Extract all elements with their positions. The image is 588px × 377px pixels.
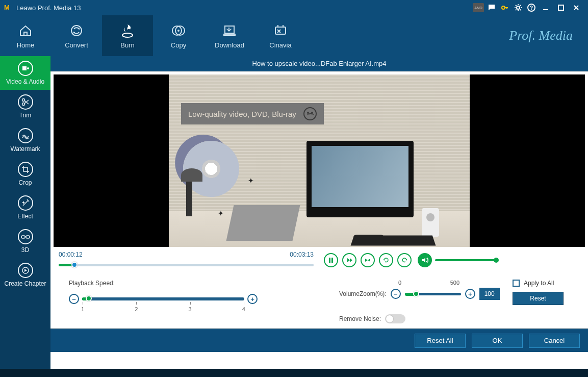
nav-convert[interactable]: Convert (51, 15, 102, 56)
tick-label: 2 (135, 306, 138, 312)
sidebar-item-create-chapter[interactable]: Create Chapter (0, 258, 50, 292)
key-icon[interactable] (498, 1, 512, 14)
nav-convert-label: Convert (65, 41, 88, 49)
player-controls: 00:00:12 00:03:13 (50, 247, 588, 268)
nav-copy-label: Copy (171, 41, 186, 49)
next-frame-button[interactable] (342, 253, 356, 267)
effect-icon (18, 195, 33, 211)
editor-content: How to upscale video...DFab Enlarger AI.… (50, 56, 588, 377)
remove-noise-label: Remove Noise: (339, 315, 381, 322)
sidebar-item-watermark[interactable]: Watermark (0, 123, 50, 157)
brand-text: Prof. Media (509, 28, 573, 43)
close-button[interactable] (569, 0, 584, 15)
maximize-button[interactable] (553, 0, 569, 15)
sidebar-label: Crop (18, 179, 32, 186)
titlebar: M Leawo Prof. Media 13 AMD ? (0, 0, 588, 15)
sidebar-item-crop[interactable]: Crop (0, 157, 50, 191)
sidebar-label: Create Chapter (4, 280, 46, 287)
playback-speed-label: Playback Speed: (69, 280, 258, 287)
screenshot-button[interactable] (361, 253, 375, 267)
svg-point-7 (122, 33, 133, 37)
apply-all-checkbox[interactable] (513, 280, 520, 287)
svg-rect-12 (224, 34, 235, 36)
sidebar-item-effect[interactable]: Effect (0, 191, 50, 224)
svg-point-0 (502, 6, 505, 9)
volumezoom-minus[interactable]: − (391, 289, 401, 299)
chat-icon[interactable] (485, 1, 498, 14)
app-logo-icon: M (4, 4, 12, 12)
cinavia-icon (271, 23, 290, 38)
nav-burn-label: Burn (120, 41, 134, 49)
svg-rect-14 (22, 66, 27, 70)
reset-button[interactable]: Reset (513, 292, 564, 305)
sidebar-item-video-audio[interactable]: Video & Audio (0, 56, 50, 90)
svg-rect-13 (275, 27, 286, 34)
apply-all-row[interactable]: Apply to All (513, 280, 554, 287)
glasses-3d-icon (18, 229, 33, 244)
ok-button[interactable]: OK (472, 334, 523, 348)
sidebar-label: Video & Audio (6, 78, 44, 85)
minimize-button[interactable] (538, 0, 553, 15)
app-title: Leawo Prof. Media 13 (16, 4, 81, 12)
dialog-footer: Reset All OK Cancel (50, 329, 588, 352)
brand: Prof. Media (509, 15, 573, 56)
sidebar-label: Trim (19, 112, 32, 119)
rotate-ccw-button[interactable] (397, 253, 412, 267)
volume-icon[interactable] (418, 253, 432, 267)
cancel-button[interactable]: Cancel (529, 334, 580, 348)
editor-sidebar: Video & Audio Trim Watermark Crop Effect… (0, 56, 50, 377)
video-caption-overlay: Low-quality video, DVD, Blu-ray (181, 103, 324, 124)
tick-label: 4 (242, 306, 245, 312)
sidebar-item-3d[interactable]: 3D (0, 224, 50, 258)
volume-slider[interactable] (435, 259, 496, 261)
scissors-icon (18, 94, 33, 110)
volumezoom-max: 500 (450, 280, 459, 287)
video-preview[interactable]: Low-quality video, DVD, Blu-ray ✦ ✦ (54, 74, 585, 247)
gear-icon[interactable] (512, 1, 525, 14)
crop-icon (18, 162, 33, 177)
svg-point-1 (517, 6, 520, 9)
sad-face-icon (303, 107, 317, 120)
nav-copy[interactable]: Copy (153, 15, 204, 56)
apply-all-label: Apply to All (524, 280, 554, 287)
seek-slider[interactable] (59, 261, 314, 268)
chapter-icon (18, 263, 33, 278)
volumezoom-slider[interactable] (405, 293, 461, 295)
monitor-graphic (306, 141, 414, 217)
nav-cinavia[interactable]: Cinavia (255, 15, 306, 56)
playback-speed-ticks: 1 2 3 4 (81, 306, 245, 312)
download-icon (220, 23, 239, 38)
sidebar-label: Effect (17, 213, 33, 220)
svg-text:?: ? (530, 5, 533, 11)
sidebar-label: Watermark (10, 145, 40, 153)
nav-download-label: Download (215, 41, 244, 49)
pause-button[interactable] (324, 253, 338, 267)
sidebar-item-trim[interactable]: Trim (0, 90, 50, 123)
burn-icon (118, 23, 137, 38)
svg-point-10 (177, 30, 180, 32)
sidebar-label: 3D (21, 246, 29, 254)
time-current: 00:00:12 (59, 251, 83, 258)
help-icon[interactable]: ? (525, 1, 538, 14)
rotate-cw-button[interactable] (379, 253, 393, 267)
remove-noise-toggle[interactable] (385, 314, 405, 323)
playback-speed-minus[interactable]: − (69, 294, 79, 304)
svg-rect-19 (26, 236, 30, 238)
video-frame: Low-quality video, DVD, Blu-ray ✦ ✦ (169, 74, 470, 247)
tick-label: 3 (189, 306, 192, 312)
nav-home[interactable]: Home (0, 15, 51, 56)
nav-download[interactable]: Download (204, 15, 255, 56)
volumezoom-value[interactable]: 100 (479, 288, 500, 300)
bottom-strip (0, 369, 588, 377)
playback-speed-slider[interactable] (82, 297, 244, 300)
volumezoom-plus[interactable]: + (465, 289, 475, 299)
convert-icon (67, 23, 86, 38)
playback-speed-plus[interactable]: + (247, 294, 258, 304)
svg-rect-22 (331, 258, 333, 263)
svg-rect-21 (329, 258, 330, 263)
watermark-icon (18, 128, 33, 143)
nav-burn[interactable]: Burn (102, 15, 153, 56)
volumezoom-min: 0 (398, 280, 401, 287)
reset-all-button[interactable]: Reset All (415, 334, 466, 348)
volumezoom-label: VolumeZoom(%): (339, 290, 387, 297)
